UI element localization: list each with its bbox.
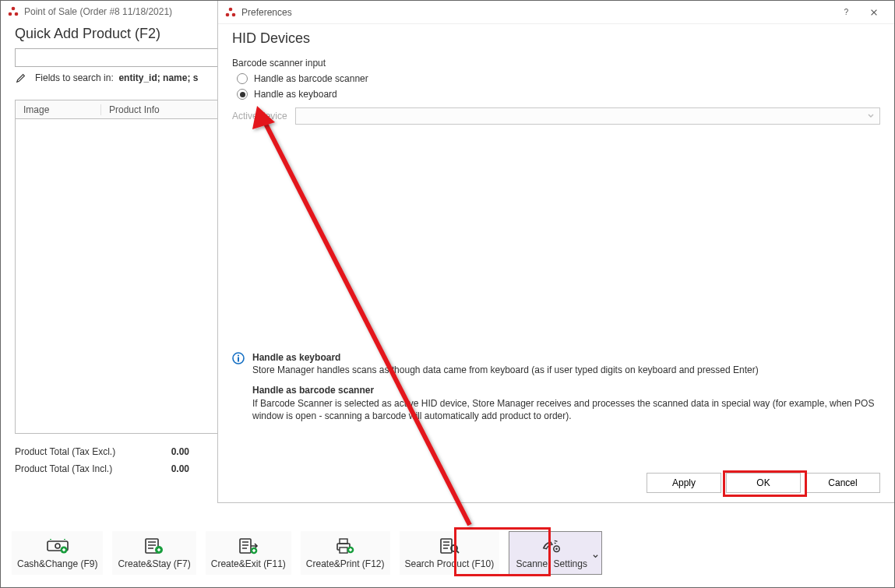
search-product-button[interactable]: Search Product (F10) bbox=[400, 531, 500, 575]
col-image[interactable]: Image bbox=[16, 104, 101, 115]
prefs-heading: HID Devices bbox=[232, 30, 880, 47]
info-block: Handle as keyboard Store Manager handles… bbox=[232, 351, 880, 430]
active-device-select[interactable] bbox=[295, 107, 880, 125]
svg-point-19 bbox=[226, 12, 230, 16]
radio-scanner-label: Handle as barcode scanner bbox=[254, 73, 368, 84]
apply-button[interactable]: Apply bbox=[647, 473, 721, 493]
dropdown-arrow-icon[interactable] bbox=[593, 551, 597, 555]
ok-button[interactable]: OK bbox=[726, 473, 801, 493]
prefs-button-bar: Apply OK Cancel bbox=[647, 473, 880, 493]
total-incl-label: Product Total (Tax Incl.) bbox=[15, 463, 112, 474]
radio-keyboard-label: Handle as keyboard bbox=[254, 89, 337, 100]
active-device-label: Active device bbox=[232, 111, 287, 121]
svg-rect-12 bbox=[340, 548, 347, 553]
cash-change-label: Cash&Change (F9) bbox=[17, 558, 97, 569]
svg-rect-8 bbox=[240, 539, 251, 553]
total-excl-value: 0.00 bbox=[171, 446, 189, 457]
chevron-down-icon bbox=[867, 111, 875, 122]
info-sc-title: Handle as barcode scanner bbox=[252, 385, 374, 396]
svg-point-2 bbox=[15, 12, 19, 16]
active-device-row: Active device bbox=[232, 107, 880, 125]
create-stay-button[interactable]: Create&Stay (F7) bbox=[112, 531, 196, 575]
cancel-button[interactable]: Cancel bbox=[805, 473, 880, 493]
create-exit-label: Create&Exit (F11) bbox=[211, 558, 286, 569]
create-stay-icon bbox=[143, 537, 165, 555]
prefs-titlebar: Preferences ? bbox=[218, 1, 894, 24]
info-kb-title: Handle as keyboard bbox=[252, 352, 340, 363]
svg-point-1 bbox=[9, 12, 12, 16]
total-incl-value: 0.00 bbox=[171, 463, 189, 474]
pencil-icon[interactable] bbox=[15, 72, 27, 84]
radio-handle-as-keyboard[interactable]: Handle as keyboard bbox=[232, 89, 880, 100]
cash-icon bbox=[47, 537, 69, 555]
help-button[interactable]: ? bbox=[832, 2, 860, 23]
create-exit-button[interactable]: Create&Exit (F11) bbox=[206, 531, 291, 575]
svg-point-23 bbox=[238, 354, 239, 356]
pos-toolbar: Cash&Change (F9) Create&Stay (F7) Create… bbox=[12, 528, 883, 578]
radio-icon[interactable] bbox=[237, 73, 248, 84]
info-kb-text: Store Manager handles scans as though da… bbox=[252, 364, 759, 375]
scanner-icon bbox=[541, 537, 562, 555]
info-sc-text: If Barcode Scanner is selected as active… bbox=[252, 398, 874, 421]
cash-change-button[interactable]: Cash&Change (F9) bbox=[12, 531, 103, 575]
scanner-settings-label: Scanner Settings bbox=[516, 558, 587, 569]
app-icon bbox=[7, 5, 19, 18]
svg-rect-14 bbox=[441, 539, 452, 553]
totals: Product Total (Tax Excl.) 0.00 Product T… bbox=[1, 434, 203, 484]
info-icon bbox=[232, 352, 245, 364]
create-exit-icon bbox=[238, 537, 259, 555]
create-print-button[interactable]: Create&Print (F12) bbox=[301, 531, 390, 575]
svg-rect-24 bbox=[238, 357, 239, 362]
barcode-input-group-label: Barcode scanner input bbox=[232, 58, 880, 69]
prefs-body: HID Devices Barcode scanner input Handle… bbox=[218, 24, 894, 502]
create-print-label: Create&Print (F12) bbox=[306, 558, 385, 569]
search-fields-label: Fields to search in: bbox=[35, 72, 114, 83]
scanner-settings-button[interactable]: Scanner Settings bbox=[509, 531, 602, 575]
svg-point-17 bbox=[555, 548, 558, 550]
pos-title: Point of Sale (Order #8 11/18/2021) bbox=[24, 6, 172, 17]
create-stay-label: Create&Stay (F7) bbox=[118, 558, 190, 569]
search-fields-value: entity_id; name; s bbox=[118, 72, 198, 83]
close-button[interactable] bbox=[860, 2, 888, 23]
search-product-label: Search Product (F10) bbox=[405, 558, 495, 569]
create-print-icon bbox=[334, 537, 356, 555]
prefs-title: Preferences bbox=[241, 7, 832, 18]
svg-point-18 bbox=[229, 7, 233, 11]
svg-rect-11 bbox=[340, 539, 347, 544]
preferences-dialog: Preferences ? HID Devices Barcode scanne… bbox=[217, 1, 894, 503]
radio-handle-as-scanner[interactable]: Handle as barcode scanner bbox=[232, 73, 880, 84]
svg-point-4 bbox=[55, 544, 60, 548]
svg-text:?: ? bbox=[844, 8, 848, 16]
app-icon bbox=[224, 6, 237, 19]
svg-point-0 bbox=[12, 7, 16, 11]
svg-point-20 bbox=[232, 12, 236, 16]
total-excl-label: Product Total (Tax Excl.) bbox=[15, 446, 115, 457]
search-product-icon bbox=[439, 537, 460, 555]
radio-icon[interactable] bbox=[237, 89, 248, 100]
